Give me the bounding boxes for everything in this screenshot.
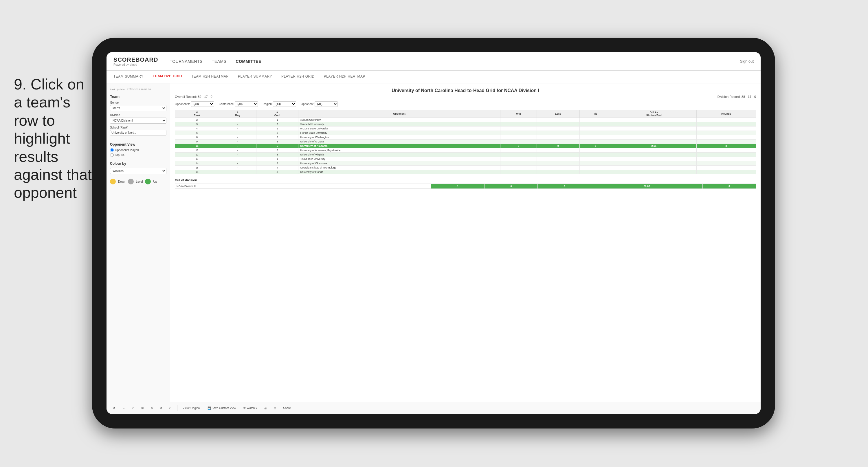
- out-div-rounds: 3: [703, 184, 756, 189]
- nav-committee[interactable]: COMMITTEE: [236, 58, 261, 65]
- tab-team-h2h-grid[interactable]: TEAM H2H GRID: [153, 74, 182, 79]
- filter-opponents: Opponents: (All): [175, 101, 214, 107]
- nav-items: TOURNAMENTS TEAMS COMMITTEE: [169, 58, 740, 65]
- region-filter-select[interactable]: (All): [273, 101, 296, 107]
- radio-opponents-played[interactable]: Opponents Played: [110, 148, 166, 152]
- school-label: School (Rank): [110, 126, 166, 129]
- table-row[interactable]: 14-2University of Oklahoma: [175, 161, 756, 166]
- tablet-screen: SCOREBOARD Powered by clippd TOURNAMENTS…: [106, 52, 761, 414]
- table-row[interactable]: 13-1Texas Tech University: [175, 157, 756, 161]
- save-custom-view-btn[interactable]: 💾 Save Custom View: [206, 406, 238, 411]
- out-div-label: NCAA Division II: [175, 184, 431, 189]
- step-number: 9.: [14, 76, 26, 93]
- filter-region: Region (All): [262, 101, 296, 107]
- division-record: Division Record: 88 - 17 - 0: [717, 95, 756, 98]
- sub-nav: TEAM SUMMARY TEAM H2H GRID TEAM H2H HEAT…: [106, 71, 761, 83]
- nav-tournaments[interactable]: TOURNAMENTS: [169, 58, 202, 65]
- division-label: Division: [110, 114, 166, 117]
- table-row[interactable]: 9-3University of Arizona: [175, 140, 756, 144]
- toolbar-timer[interactable]: ⏱: [167, 406, 174, 411]
- out-div-diff: 26.00: [591, 184, 703, 189]
- toolbar-refresh[interactable]: ↺: [158, 406, 164, 411]
- view-original-btn[interactable]: View: Original: [181, 406, 202, 411]
- grid-content: University of North Carolina Head-to-Hea…: [170, 83, 761, 402]
- logo-sub: Powered by clippd: [114, 63, 158, 66]
- instruction-body: Click on a team's row to highlight resul…: [14, 76, 92, 201]
- table-row[interactable]: 6-2Florida State University: [175, 131, 756, 135]
- table-row[interactable]: 12-3University of Virginia: [175, 153, 756, 157]
- col-tie: Tie: [580, 110, 611, 118]
- filter-opponent: Opponent (All): [301, 101, 338, 107]
- tablet-frame: SCOREBOARD Powered by clippd TOURNAMENTS…: [92, 38, 775, 429]
- tab-player-h2h-heatmap[interactable]: PLAYER H2H HEATMAP: [324, 75, 365, 79]
- layout-btn[interactable]: ⊞: [272, 406, 278, 411]
- legend-row: Down Level Up: [110, 179, 166, 184]
- legend-up-dot: [145, 179, 151, 184]
- legend-level-label: Level: [136, 180, 143, 183]
- sign-out-button[interactable]: Sign out: [740, 59, 754, 63]
- overall-record: Overall Record: 89 - 17 - 0: [175, 95, 212, 98]
- colour-by-select[interactable]: Win/loss: [110, 168, 166, 174]
- last-updated: Last Updated: 27/03/2024 16:55:38: [110, 88, 166, 91]
- table-row[interactable]: 2-1Auburn University: [175, 118, 756, 122]
- col-conf: #Conf: [256, 110, 299, 118]
- colour-by-title: Colour by: [110, 162, 166, 166]
- filter-conference: Conference (All): [219, 101, 258, 107]
- legend-down-label: Down: [118, 180, 126, 183]
- school-input[interactable]: [110, 130, 166, 136]
- left-panel: Last Updated: 27/03/2024 16:55:38 Team G…: [106, 83, 170, 402]
- table-row[interactable]: 11-5University of Alabama3002.618: [175, 144, 756, 148]
- table-row[interactable]: 11-6University of Arkansas, Fayetteville: [175, 148, 756, 153]
- gender-label: Gender: [110, 101, 166, 104]
- tab-player-summary[interactable]: PLAYER SUMMARY: [238, 75, 272, 79]
- col-diff: Diff AvStrokes/Rnd: [611, 110, 696, 118]
- tab-team-summary[interactable]: TEAM SUMMARY: [114, 75, 144, 79]
- table-row[interactable]: 8-2University of Washington: [175, 135, 756, 140]
- toolbar-undo[interactable]: ↺: [111, 406, 117, 411]
- out-of-division-title: Out of division: [175, 178, 756, 182]
- logo-area: SCOREBOARD Powered by clippd: [114, 56, 158, 66]
- bottom-toolbar: ↺ → ↶ ⊞ ⊕ ↺ ⏱ View: Original 💾 Save Cust…: [106, 402, 761, 414]
- table-row[interactable]: 16-3University of Florida: [175, 170, 756, 174]
- opponent-label: Opponent: [301, 103, 313, 106]
- filter-row: Opponents: (All) Conference (All) Region: [175, 101, 756, 107]
- tab-team-h2h-heatmap[interactable]: TEAM H2H HEATMAP: [191, 75, 229, 79]
- opponent-view-title: Opponent View: [110, 142, 166, 146]
- table-row[interactable]: 4-1Arizona State University: [175, 126, 756, 131]
- instruction-text: 9. Click on a team's row to highlight re…: [14, 75, 95, 202]
- watch-btn[interactable]: 👁 Watch ▾: [241, 406, 259, 411]
- records-row: Overall Record: 89 - 17 - 0 Division Rec…: [175, 95, 756, 98]
- gender-select[interactable]: Men's: [110, 105, 166, 111]
- tab-player-h2h-grid[interactable]: PLAYER H2H GRID: [281, 75, 315, 79]
- grid-title: University of North Carolina Head-to-Hea…: [175, 88, 756, 93]
- conference-filter-select[interactable]: (All): [235, 101, 258, 107]
- table-row[interactable]: 3-2Vanderbilt University: [175, 122, 756, 126]
- toolbar-add[interactable]: ⊕: [149, 406, 155, 411]
- out-div-win: 1: [431, 184, 485, 189]
- toolbar-redo[interactable]: →: [120, 406, 127, 411]
- radio-top100[interactable]: Top 100: [110, 153, 166, 157]
- toolbar-divider: [177, 405, 178, 411]
- legend-level-dot: [128, 179, 134, 184]
- opponent-filter-select[interactable]: (All): [315, 101, 338, 107]
- h2h-table: #Rank #Reg #Conf Opponent Win Loss Tie D…: [175, 110, 756, 174]
- toolbar-grid[interactable]: ⊞: [140, 406, 145, 411]
- print-btn[interactable]: 🖨: [262, 406, 269, 411]
- logo-title: SCOREBOARD: [114, 56, 158, 63]
- share-btn[interactable]: Share: [281, 406, 292, 411]
- out-of-division-table: NCAA Division II 1 0 0 26.00 3: [175, 183, 756, 189]
- opponents-filter-select[interactable]: (All): [191, 101, 214, 107]
- col-rounds: Rounds: [696, 110, 756, 118]
- main-content: Last Updated: 27/03/2024 16:55:38 Team G…: [106, 83, 761, 402]
- nav-teams[interactable]: TEAMS: [212, 58, 227, 65]
- table-row[interactable]: 15-4Georgia Institute of Technology: [175, 166, 756, 170]
- col-rank: #Rank: [175, 110, 219, 118]
- out-div-row[interactable]: NCAA Division II 1 0 0 26.00 3: [175, 184, 756, 189]
- nav-bar: SCOREBOARD Powered by clippd TOURNAMENTS…: [106, 52, 761, 71]
- legend-up-label: Up: [153, 180, 157, 183]
- toolbar-back[interactable]: ↶: [130, 406, 136, 411]
- col-win: Win: [500, 110, 536, 118]
- out-div-loss: 0: [485, 184, 538, 189]
- division-select[interactable]: NCAA Division I: [110, 118, 166, 124]
- region-label: Region: [262, 103, 272, 106]
